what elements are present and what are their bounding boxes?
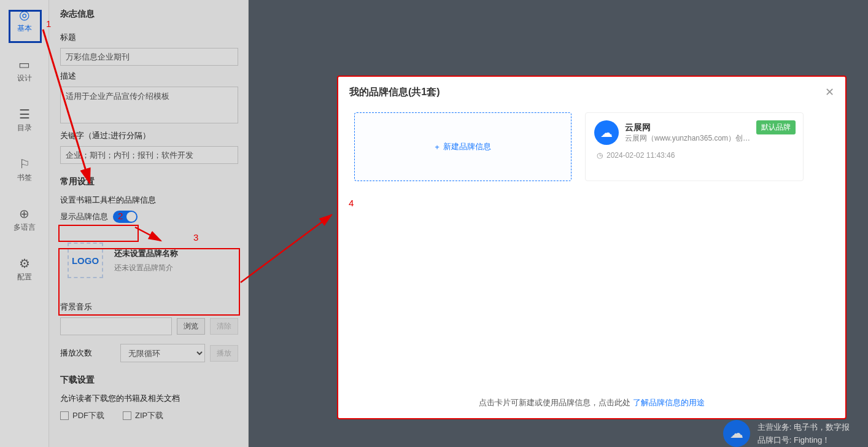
brand-time: 2024-02-02 11:43:46 <box>606 151 675 160</box>
cloud-icon: ☁ <box>594 120 619 145</box>
plus-icon: + <box>435 142 440 152</box>
brand-info-card[interactable]: 默认品牌 ☁ 云展网 云展网（www.yunzhan365.com）创立于201… <box>585 112 804 181</box>
annotation-number-3: 3 <box>193 232 198 243</box>
add-brand-card[interactable]: + 新建品牌信息 <box>354 112 572 181</box>
clock-icon: ◷ <box>597 151 603 160</box>
modal-footer-text: 点击卡片可新建或使用品牌信息，点击此处 <box>479 398 633 407</box>
brand-info-name: 云展网 <box>625 122 754 133</box>
modal-title: 我的品牌信息(共1套) <box>349 86 440 99</box>
annotation-number-1: 1 <box>46 18 51 29</box>
annotation-number-4: 4 <box>349 198 354 208</box>
close-icon[interactable]: ✕ <box>825 85 834 99</box>
learn-more-link[interactable]: 了解品牌信息的用途 <box>633 398 705 407</box>
add-brand-label: 新建品牌信息 <box>443 141 491 152</box>
brand-info-desc: 云展网（www.yunzhan365.com）创立于201... <box>625 133 754 144</box>
brand-info-modal: 我的品牌信息(共1套) ✕ + 新建品牌信息 默认品牌 ☁ 云展网 云展网（ww… <box>337 76 847 419</box>
annotation-number-2: 2 <box>118 211 123 221</box>
default-brand-badge: 默认品牌 <box>756 120 796 134</box>
